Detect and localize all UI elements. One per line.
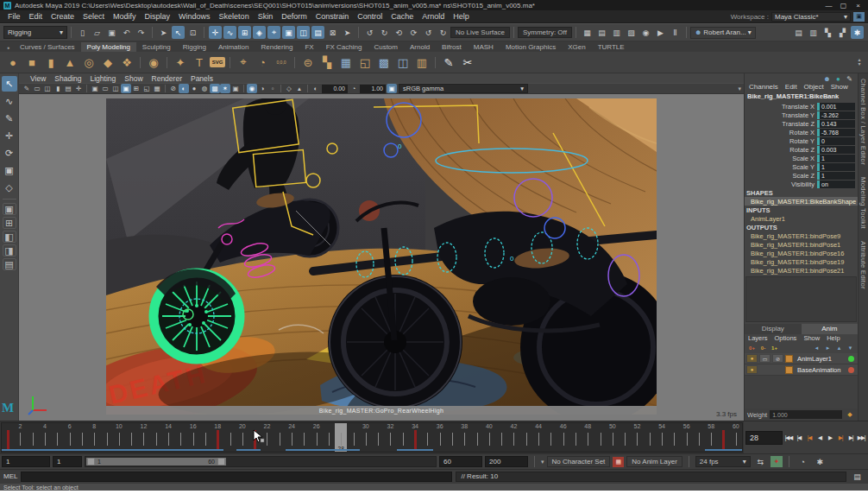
safe-action-icon[interactable]: ◱ [142,84,152,93]
workspace-select[interactable]: Maya Classic* ▾ [771,12,851,22]
frame-tick-40[interactable] [489,433,490,446]
layer-solo-icon[interactable]: ▸ [823,344,833,352]
combine-icon[interactable]: ⊜ [299,54,317,71]
layer-select-swatch[interactable] [785,355,793,363]
gate-mask-icon[interactable]: ▣ [121,84,131,93]
poly-cylinder-icon[interactable]: ▮ [42,54,60,71]
layer-menu-options[interactable]: Options [771,334,801,343]
snap-point-icon[interactable]: ⊞ [238,26,251,39]
play-forwards-icon[interactable]: ▶ [825,432,835,444]
poly-sphere-icon[interactable]: ● [4,54,22,71]
hypershade-icon[interactable]: ▨ [625,26,638,39]
step-back-frame-icon[interactable]: |◀ [794,432,804,444]
shelf-tab-bifrost[interactable]: Bifrost [436,42,468,52]
redo-icon[interactable]: ↷ [135,26,148,39]
playback-loop-icon[interactable]: ⇆ [754,455,767,468]
menu-skin[interactable]: Skin [254,12,278,21]
depth-of-field-icon[interactable]: ◑ [257,84,267,93]
tab-attribute-editor[interactable]: Attribute Editor [859,241,867,289]
range-start-handle[interactable] [87,458,95,466]
layer-lock-toggle-icon[interactable]: ● [746,365,758,374]
frame-tick-41[interactable] [501,433,502,446]
tab-modeling-toolkit[interactable]: Modeling Toolkit [859,177,867,229]
maximize-button[interactable]: ▢ [837,2,850,10]
svg-import-icon[interactable]: SVG [210,57,225,67]
frame-tick-20[interactable] [242,433,243,446]
frame-tick-52[interactable] [637,433,638,446]
grease-pencil-icon[interactable]: ✎ [22,84,32,93]
textured-icon[interactable]: ● [189,84,199,93]
tab-channel-box-layer-editor[interactable]: Channel Box / Layer Editor [859,79,867,165]
shelf-tab-mash[interactable]: MASH [468,42,500,52]
multi-cut-icon[interactable]: ✂ [459,54,476,71]
anim-layer-select[interactable]: No Anim Layer [626,456,682,467]
output-node-bike-rig-master1-bindpose9[interactable]: Bike_rig_MASTER1:bindPose9 [745,231,858,240]
select-object-icon[interactable]: ↖ [172,26,185,39]
history-forward-icon[interactable]: ↻ [437,26,450,39]
frame-tick-23[interactable] [280,433,280,446]
frame-tick-53[interactable] [650,433,651,446]
new-scene-icon[interactable]: ▯ [76,26,89,39]
layer-lock-toggle-icon[interactable]: ● [746,354,758,363]
gamma-icon[interactable]: ◔ [349,84,359,93]
viewport-render[interactable]: DEATH [106,98,657,415]
frame-tick-33[interactable] [403,433,404,446]
shelf-tab-poly-modeling[interactable]: Poly Modeling [81,42,136,52]
frame-tick-2[interactable] [20,433,21,446]
menu-edit[interactable]: Edit [25,12,47,21]
color-management-icon[interactable]: ▣ [387,84,397,93]
shelf-scroll-down-icon[interactable]: ▾ [854,62,865,66]
range-end-handle[interactable] [217,458,225,466]
frame-tick-56[interactable] [687,433,688,446]
camera-attributes-icon[interactable]: ◫ [42,84,53,93]
frame-tick-19[interactable] [230,433,231,446]
channel-value-field[interactable]: 0.001 [817,103,855,111]
frame-tick-47[interactable] [576,433,576,446]
layer-tab-anim[interactable]: Anim [802,324,859,334]
script-editor-icon[interactable]: ▤ [851,470,864,483]
frame-tick-58[interactable] [711,433,712,446]
shelf-tab-custom[interactable]: Custom [368,42,404,52]
lock-selection-icon[interactable]: ⊠ [326,26,339,39]
menu-file[interactable]: File [3,12,25,21]
joints-xray-icon[interactable]: ▴ [294,84,305,93]
channel-menu-object[interactable]: Object [801,83,827,92]
layer-name[interactable]: AnimLayer1 [795,355,846,363]
live-surface-field[interactable]: No Live Surface [450,27,510,38]
snap-magnet-icon[interactable]: ▤ [311,26,324,39]
pause-icon[interactable]: Ⅱ [669,26,682,39]
camera-select-icon[interactable]: ▭ [32,84,42,93]
frame-tick-43[interactable] [526,433,527,446]
keyframe-tick-21[interactable] [254,430,256,449]
layer-name[interactable]: BaseAnimation [795,366,846,374]
frame-tick-29[interactable] [354,433,355,446]
show-attribute-editor-icon[interactable]: ▞ [836,26,849,39]
frame-tick-4[interactable] [45,433,46,446]
shelf-tab-motion-graphics[interactable]: Motion Graphics [500,42,562,52]
shelf-tab-xgen[interactable]: XGen [562,42,591,52]
menu-display[interactable]: Display [141,12,175,21]
shelf-tab-turtle[interactable]: TURTLE [592,42,631,52]
channel-value-field[interactable]: 0.003 [817,146,855,154]
show-tool-settings-icon[interactable]: ▚ [821,26,834,39]
image-plane-icon[interactable]: ▤ [63,84,73,93]
fps-select[interactable]: 24 fps ▾ [695,456,751,467]
frame-tick-45[interactable] [550,433,551,446]
go-to-end-icon[interactable]: ▶▶| [856,432,866,444]
playback-end-field[interactable]: 60 [439,456,482,467]
keyframe-tick-18[interactable] [217,430,219,449]
gamma-field[interactable]: 1.00 [360,85,386,93]
layer-up-icon[interactable]: ▴ [834,344,844,352]
select-hierarchy-icon[interactable]: ➤ [157,26,170,39]
frame-tick-15[interactable] [180,433,181,446]
xray-icon[interactable]: ◇ [284,84,294,93]
step-back-key-icon[interactable]: |◀ [804,432,815,444]
layer-menu-show[interactable]: Show [800,334,823,343]
panel-menu-panels[interactable]: Panels [186,74,217,83]
frame-tick-38[interactable] [464,433,465,446]
frame-tick-46[interactable] [563,433,564,446]
playback-range-bar[interactable]: 1 60 [86,458,226,466]
frame-tick-5[interactable] [57,433,58,446]
menu-select[interactable]: Select [79,12,109,21]
range-slider-track[interactable]: 1 60 [85,456,437,467]
